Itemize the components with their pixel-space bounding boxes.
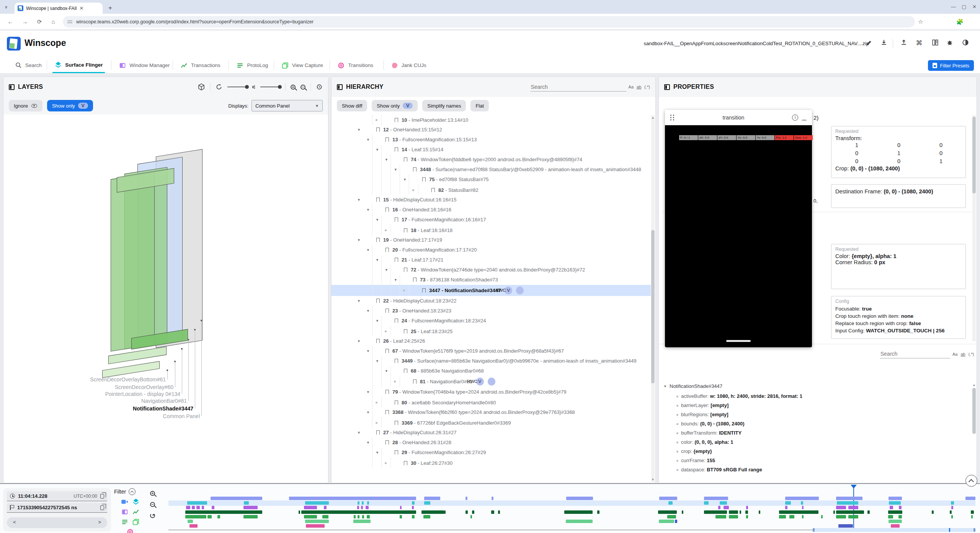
hierarchy-node-3447[interactable]: 3447 - NotificationShade#3447HWCV (332, 285, 651, 296)
omnibox[interactable]: winscope.teams.x20web.corp.google.com/pr… (63, 16, 915, 28)
expand-arrow-icon[interactable]: ▼ (379, 247, 385, 253)
expand-arrow-icon[interactable]: ▼ (370, 298, 376, 304)
site-info-icon[interactable] (67, 20, 72, 24)
hierarchy-node-79[interactable]: ▼79 - WindowToken{7046b4a type=2024 andr… (332, 387, 651, 397)
layer-label[interactable]: ScreenDecorOverlayBottom#61 (90, 376, 166, 383)
show-rect-icon[interactable] (395, 118, 398, 122)
expand-arrow-icon[interactable]: ▼ (379, 440, 385, 446)
new-tab-button[interactable]: + (108, 4, 112, 12)
show-rect-icon[interactable] (385, 309, 389, 313)
show-rect-icon[interactable] (376, 198, 380, 202)
window-close-button[interactable]: ✕ (972, 4, 977, 10)
extensions-puzzle-icon[interactable]: 🧩 (956, 18, 963, 25)
hierarchy-node-25[interactable]: 25 - Leaf:18:23#25 (332, 326, 651, 336)
show-rect-icon[interactable] (376, 299, 380, 303)
reset-view-icon[interactable] (316, 83, 323, 90)
hierarchy-node-28[interactable]: ▼28 - OneHanded:26:31#28 (332, 438, 651, 448)
expand-arrow-icon[interactable]: ▼ (389, 358, 395, 365)
expand-arrow-icon[interactable]: ▼ (398, 368, 404, 374)
expand-arrow-icon[interactable]: ▼ (379, 308, 385, 314)
show-rect-icon[interactable] (385, 248, 389, 252)
show-rect-icon[interactable] (404, 157, 407, 162)
rotation-slider[interactable] (227, 87, 247, 87)
browser-tab[interactable]: Winscope | sandbox-FAIl ✕ (15, 3, 103, 14)
copy-icon[interactable] (100, 505, 104, 510)
layer-label[interactable]: Common Panel (163, 413, 200, 419)
download-trace-icon[interactable] (880, 39, 889, 47)
expand-arrow-icon[interactable]: ▼ (389, 450, 395, 456)
forward-icon[interactable]: → (21, 18, 28, 25)
screen-recording-icon[interactable] (121, 498, 128, 505)
collapse-timeline-button[interactable] (965, 475, 977, 487)
show-rect-icon[interactable] (404, 268, 407, 272)
property-row-currFrame[interactable]: currFrame: 155 (663, 456, 970, 465)
show-rect-icon[interactable] (395, 421, 398, 425)
surface-flinger-icon[interactable] (132, 498, 139, 505)
show-rect-icon[interactable] (376, 238, 380, 242)
property-row-barrierLayer[interactable]: barrierLayer: [empty] (663, 401, 970, 410)
hierarchy-node-18[interactable]: 18 - Leaf:16:16#18 (332, 225, 651, 235)
tab-protolog[interactable]: ProtoLog (234, 57, 270, 73)
tab-transactions[interactable]: Transactions (178, 57, 223, 73)
hierarchy-node-14[interactable]: ▼14 - Leaf:15:15#14 (332, 145, 651, 155)
hierarchy-search-input[interactable] (531, 83, 626, 92)
hierarchy-node-16[interactable]: ▼16 - OneHanded:16:16#16 (332, 205, 651, 215)
tab-search-chevron-icon[interactable]: ∨ (5, 5, 8, 10)
hierarchy-node-81[interactable]: 81 - NavigationBar0#81HWCV (332, 376, 651, 387)
hierarchy-node-19[interactable]: ▼19 - OneHanded:17:17#19 (332, 235, 651, 245)
timeline-zoom-in-icon[interactable]: + (150, 491, 155, 496)
range-handle-left[interactable] (813, 528, 815, 532)
show-rect-icon[interactable] (395, 258, 398, 262)
prev-frame-button[interactable]: < (13, 519, 16, 525)
tab-surface-flinger[interactable]: Surface Flinger (52, 57, 105, 73)
show-rect-icon[interactable] (395, 450, 398, 455)
hierarchy-node-23[interactable]: ▼23 - OneHanded:18:23#23 (332, 306, 651, 316)
scroll-up-icon[interactable]: ▲ (972, 383, 976, 387)
expand-arrow-icon[interactable]: ▼ (389, 257, 395, 263)
show-rect-icon[interactable] (385, 208, 389, 212)
transitions-icon[interactable] (127, 528, 134, 533)
show-rect-icon[interactable] (385, 137, 389, 142)
window-maximize-button[interactable]: ▢ (962, 4, 966, 10)
expand-arrow-icon[interactable]: ▼ (370, 237, 376, 244)
bookmark-star-icon[interactable]: ☆ (917, 18, 924, 25)
properties-tree-scroll-thumb[interactable] (972, 388, 976, 434)
hierarchy-node-17[interactable]: ▼17 - FullscreenMagnification:16:16#17 (332, 215, 651, 225)
home-icon[interactable]: ⌂ (50, 18, 57, 25)
scroll-down-icon[interactable]: ▼ (651, 478, 655, 481)
show-rect-icon[interactable] (413, 379, 416, 384)
expand-arrow-icon[interactable]: ▼ (379, 409, 385, 416)
close-tab-icon[interactable]: ✕ (80, 5, 84, 11)
dark-mode-contrast-icon[interactable] (962, 39, 970, 47)
expand-arrow-icon[interactable]: ▼ (370, 430, 376, 436)
tab-transitions[interactable]: Transitions (335, 57, 376, 73)
hierarchy-node-80[interactable]: 80 - ace6abb SecondaryHomeHandle0#80 (332, 397, 651, 407)
show-only-chip-hierarchy[interactable]: Show onlyV (372, 100, 418, 111)
view-capture-icon[interactable] (132, 518, 139, 525)
properties-search-input[interactable] (880, 350, 950, 358)
property-row-bufferTransform[interactable]: bufferTransform: IDENTITY (663, 428, 970, 437)
ignore-chip[interactable]: Ignore (9, 100, 42, 111)
protolog-icon[interactable] (121, 518, 128, 525)
hierarchy-node-27[interactable]: ▼27 - HideDisplayCutout:26:31#27 (332, 428, 651, 438)
trace-filter-icons[interactable] (119, 498, 142, 533)
copy-icon[interactable] (100, 494, 104, 499)
expand-arrow-icon[interactable]: ▼ (370, 127, 376, 133)
human-time-field[interactable]: 11:04:14.228 UTC+00:00 (7, 491, 107, 501)
show-rect-icon[interactable] (395, 319, 398, 323)
hierarchy-node-15[interactable]: ▼15 - HideDisplayCutout:16:16#15 (332, 195, 651, 205)
timeline-canvas[interactable] (168, 484, 975, 533)
show-rect-icon[interactable] (395, 147, 398, 152)
documentation-book-icon[interactable] (932, 39, 940, 47)
tab-search[interactable]: Search (13, 57, 44, 73)
expand-arrow-icon[interactable]: ▼ (379, 389, 385, 396)
zoom-out-icon[interactable]: − (301, 85, 305, 90)
property-row-blurRegions[interactable]: blurRegions: [empty] (663, 410, 970, 419)
back-icon[interactable]: ← (7, 18, 14, 25)
simplify-names-chip[interactable]: Simplify names (422, 100, 466, 111)
hierarchy-node-67[interactable]: ▼67 - WindowToken{e5176f9 type=2019 andr… (332, 346, 651, 356)
show-rect-icon[interactable] (404, 228, 407, 232)
layer-label[interactable]: ScreenDecorOverlay#60 (115, 384, 173, 390)
show-rect-icon[interactable] (385, 410, 389, 414)
pointer-location-sheet[interactable] (111, 172, 155, 352)
